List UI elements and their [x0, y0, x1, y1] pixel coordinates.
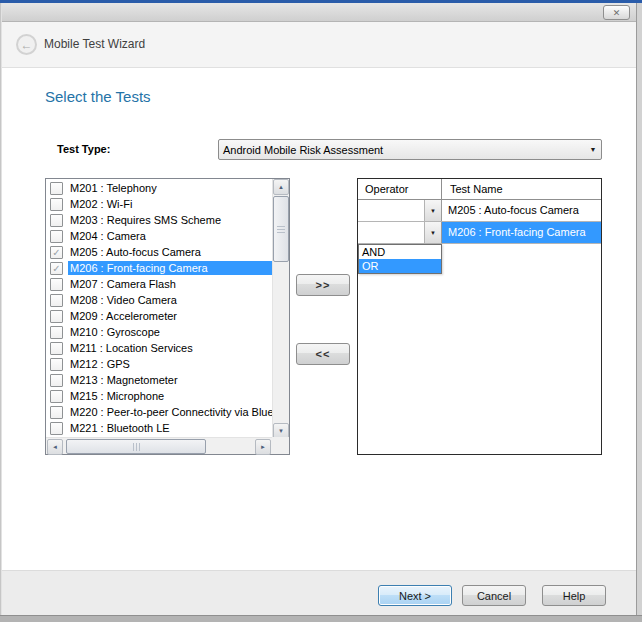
titlebar: ✕ — [2, 3, 636, 22]
list-item[interactable]: M201 : Telephony — [47, 180, 272, 196]
close-icon: ✕ — [613, 8, 621, 18]
operator-cell[interactable]: ▼ — [358, 200, 442, 221]
scroll-down-icon: ▼ — [278, 428, 284, 434]
close-button[interactable]: ✕ — [603, 5, 630, 20]
vertical-scrollbar[interactable]: ▲ ▼ — [272, 179, 289, 439]
list-item-label: M203 : Requires SMS Scheme — [68, 213, 272, 227]
list-item[interactable]: M203 : Requires SMS Scheme — [47, 212, 272, 228]
wizard-header: ← Mobile Test Wizard — [2, 22, 636, 68]
checkbox[interactable] — [50, 198, 63, 211]
list-item-label: M209 : Accelerometer — [68, 309, 272, 323]
table-header: Operator Test Name — [358, 179, 601, 200]
scroll-right-icon: ► — [260, 444, 266, 450]
list-item[interactable]: M212 : GPS — [47, 356, 272, 372]
available-tests-list-rows: M201 : TelephonyM202 : Wi-FiM203 : Requi… — [47, 180, 272, 437]
operator-option[interactable]: OR — [359, 259, 441, 273]
checkbox[interactable]: ✓ — [50, 262, 63, 275]
checkbox[interactable] — [50, 310, 63, 323]
operator-column-header: Operator — [358, 179, 442, 199]
list-item[interactable]: M209 : Accelerometer — [47, 308, 272, 324]
list-item[interactable]: M202 : Wi-Fi — [47, 196, 272, 212]
vertical-scrollbar-thumb[interactable] — [273, 196, 289, 262]
operator-cell[interactable]: ▼ — [358, 222, 442, 243]
horizontal-scrollbar-thumb[interactable] — [66, 439, 206, 454]
list-item-label: M213 : Magnetometer — [68, 373, 272, 387]
chevron-down-icon: ▼ — [430, 230, 436, 236]
remove-tests-button[interactable]: << — [296, 343, 350, 365]
test-type-label: Test Type: — [57, 143, 110, 155]
back-icon: ← — [21, 38, 33, 52]
list-item[interactable]: M211 : Location Services — [47, 340, 272, 356]
list-item[interactable]: M215 : Microphone — [47, 388, 272, 404]
scroll-up-icon: ▲ — [278, 184, 284, 190]
checkbox[interactable] — [50, 406, 63, 419]
back-button[interactable]: ← — [16, 34, 37, 55]
scroll-left-icon: ◄ — [52, 444, 58, 450]
window-frame-right — [636, 3, 642, 622]
scroll-left-button[interactable]: ◄ — [47, 439, 63, 455]
checkbox[interactable] — [50, 214, 63, 227]
list-item-label: M206 : Front-facing Camera — [68, 261, 272, 275]
footer-bar: Next > Cancel Help — [2, 570, 636, 615]
checkbox[interactable] — [50, 422, 63, 435]
test-type-dropdown[interactable]: Android Mobile Risk Assessment ▼ — [218, 139, 602, 160]
list-item[interactable]: ✓M205 : Auto-focus Camera — [47, 244, 272, 260]
chevron-down-icon: ▼ — [585, 146, 601, 153]
test-name-cell: M206 : Front-facing Camera — [442, 222, 601, 243]
list-item[interactable]: ✓M206 : Front-facing Camera — [47, 260, 272, 276]
cancel-button[interactable]: Cancel — [462, 585, 526, 606]
selected-tests-table: Operator Test Name ▼M205 : Auto-focus Ca… — [357, 178, 602, 455]
checkbox[interactable] — [50, 326, 63, 339]
checkbox[interactable] — [50, 294, 63, 307]
list-item[interactable]: M207 : Camera Flash — [47, 276, 272, 292]
checkbox[interactable] — [50, 278, 63, 291]
table-row[interactable]: ▼M205 : Auto-focus Camera — [358, 200, 601, 222]
table-body: ▼M205 : Auto-focus Camera▼M206 : Front-f… — [358, 200, 601, 244]
checkbox[interactable] — [50, 342, 63, 355]
scroll-grip — [133, 443, 140, 451]
operator-dropdown-button[interactable]: ▼ — [424, 222, 441, 243]
list-item-label: M204 : Camera — [68, 229, 272, 243]
add-tests-button[interactable]: >> — [296, 274, 350, 296]
operator-dropdown-button[interactable]: ▼ — [424, 200, 441, 221]
window-frame-left — [0, 3, 2, 622]
test-type-value: Android Mobile Risk Assessment — [219, 144, 585, 156]
checkbox[interactable] — [50, 230, 63, 243]
list-item[interactable]: M208 : Video Camera — [47, 292, 272, 308]
list-item-label: M210 : Gyroscope — [68, 325, 272, 339]
list-item-label: M205 : Auto-focus Camera — [68, 245, 272, 259]
checkbox[interactable] — [50, 182, 63, 195]
help-button[interactable]: Help — [542, 585, 606, 606]
scroll-grip — [277, 226, 285, 233]
list-item-label: M207 : Camera Flash — [68, 277, 272, 291]
operator-option[interactable]: AND — [359, 245, 441, 259]
table-row[interactable]: ▼M206 : Front-facing Camera — [358, 222, 601, 244]
list-item[interactable]: M221 : Bluetooth LE — [47, 420, 272, 436]
list-item[interactable]: M204 : Camera — [47, 228, 272, 244]
list-item-label: M201 : Telephony — [68, 181, 272, 195]
checkbox[interactable]: ✓ — [50, 246, 63, 259]
list-item-label: M220 : Peer-to-peer Connectivity via Blu… — [68, 405, 272, 419]
horizontal-scrollbar[interactable]: ◄ ► — [46, 437, 272, 454]
list-item[interactable]: M213 : Magnetometer — [47, 372, 272, 388]
window-frame-bottom — [0, 615, 642, 622]
checkbox[interactable] — [50, 358, 63, 371]
scroll-right-button[interactable]: ► — [255, 439, 271, 455]
page-title: Select the Tests — [45, 88, 151, 105]
wizard-title: Mobile Test Wizard — [44, 37, 145, 51]
checkbox[interactable] — [50, 390, 63, 403]
scrollbar-corner — [272, 437, 289, 454]
scroll-up-button[interactable]: ▲ — [273, 179, 289, 195]
list-item-label: M221 : Bluetooth LE — [68, 421, 272, 435]
list-item-label: M202 : Wi-Fi — [68, 197, 272, 211]
available-tests-list: M201 : TelephonyM202 : Wi-FiM203 : Requi… — [45, 178, 290, 455]
checkbox[interactable] — [50, 374, 63, 387]
next-button[interactable]: Next > — [378, 585, 452, 606]
list-item[interactable]: M210 : Gyroscope — [47, 324, 272, 340]
list-item-label: M212 : GPS — [68, 357, 272, 371]
list-item-label: M211 : Location Services — [68, 341, 272, 355]
list-item[interactable]: M220 : Peer-to-peer Connectivity via Blu… — [47, 404, 272, 420]
list-item-label: M208 : Video Camera — [68, 293, 272, 307]
operator-dropdown-popup: ANDOR — [358, 244, 442, 274]
chevron-down-icon: ▼ — [430, 208, 436, 214]
